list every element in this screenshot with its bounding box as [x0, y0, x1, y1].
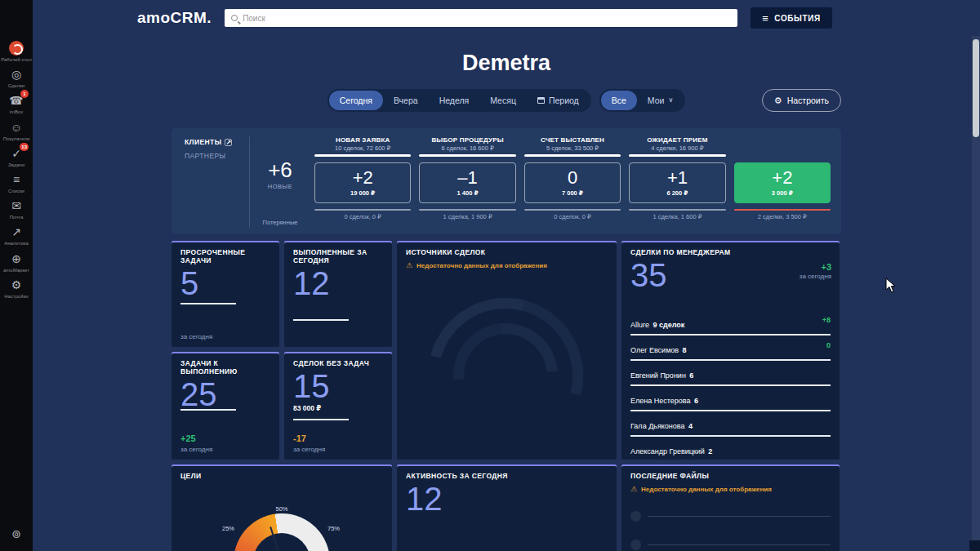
stage-title: ВЫБОР ПРОЦЕДУРЫ [419, 136, 515, 144]
widget-deal-sources[interactable]: ИСТОЧНИКИ СДЕЛОК ⚠ Недостаточно данных д… [397, 241, 617, 460]
stage-subtitle: 4 сделки, 16 900 ₽ [629, 144, 725, 152]
configure-button-label: Настроить [787, 96, 829, 105]
lost-deals-label: Потерянные [263, 219, 298, 226]
stage-value: 7 000 ₽ [562, 189, 583, 197]
widget-title: ИСТОЧНИКИ СДЕЛОК [406, 248, 608, 256]
sidebar-item-deals[interactable]: ◎ Сделки [0, 67, 33, 89]
warning-icon: ⚠ [406, 262, 412, 269]
amocrm-logo-icon [9, 41, 24, 56]
todo-value: 25 [180, 377, 270, 411]
stage-card[interactable]: +1 6 200 ₽ [629, 162, 725, 203]
stage-card[interactable]: +2 19 000 ₽ [314, 162, 411, 203]
overdue-value: 5 [180, 266, 270, 300]
scrollbar-thumb[interactable] [973, 39, 979, 137]
pipeline-tabs: КЛИЕНТЫ ↗ ПАРТНЕРЫ [178, 136, 250, 228]
divider [180, 409, 236, 411]
sidebar-item-support[interactable]: ⊚ [0, 527, 33, 541]
stage-divider [314, 209, 411, 211]
widget-title: ВЫПОЛНЕННЫЕ ЗА СЕГОДНЯ [293, 248, 383, 264]
gauge-needle [270, 527, 283, 551]
sidebar-item-label: Задачи [0, 162, 33, 168]
todo-delta: +25 [180, 433, 196, 443]
notasks-sum: 83 000 ₽ [293, 404, 383, 412]
widget-deals-no-tasks[interactable]: СДЕЛОК БЕЗ ЗАДАЧ 15 83 000 ₽ -17 за сего… [284, 352, 392, 460]
gauge-label-25: 25% [222, 525, 234, 532]
search-bar[interactable] [225, 9, 737, 27]
sidebar-item-lists[interactable]: ≡ Списки [0, 172, 33, 194]
new-deals-label: НОВЫЕ [268, 183, 292, 190]
market-icon: ⊕ [0, 251, 33, 266]
file-line-placeholder [648, 516, 831, 517]
manager-row[interactable]: Олег Евсимов 8 0 [630, 337, 831, 361]
gauge-label-50: 50% [275, 505, 287, 513]
sidebar-item-analytics[interactable]: ↗ Аналитика [0, 224, 33, 247]
sidebar-item-desktop[interactable]: Рабочий стол [0, 41, 33, 63]
divider [293, 319, 349, 321]
widget-deals-by-managers[interactable]: СДЕЛКИ ПО МЕНЕДЖЕРАМ 35 +3 за сегодня Al… [621, 241, 840, 460]
tab-yesterday[interactable]: Вчера [383, 91, 429, 110]
sidebar-item-label: Аналитика [0, 241, 33, 247]
sidebar-item-label: Рабочий стол [0, 57, 33, 63]
widget-recent-files[interactable]: ПОСЛЕДНИЕ ФАЙЛЫ ⚠ Недостаточно данных дл… [621, 464, 840, 551]
tab-all[interactable]: Все [601, 91, 637, 110]
sidebar-item-mail[interactable]: ✉ Почта [0, 198, 33, 220]
pipeline-stage: ОЖИДАЕТ ПРИЕМ 4 сделки, 16 900 ₽ +1 6 20… [625, 136, 729, 228]
page-title: Demetra [33, 51, 980, 76]
stage-delta: –1 [457, 169, 477, 187]
tab-month[interactable]: Месяц [479, 91, 527, 110]
widget-goals[interactable]: ЦЕЛИ 25% 50% 75% [172, 464, 392, 551]
manager-row[interactable]: Елена Нестерова 6 [630, 388, 831, 411]
widget-title: ПОСЛЕДНИЕ ФАЙЛЫ [630, 472, 831, 480]
stage-lost: 0 сделок, 0 ₽ [524, 213, 621, 220]
sidebar-item-label: imBox [0, 109, 33, 115]
stage-title: НОВАЯ ЗАЯВКА [314, 136, 411, 144]
stage-card[interactable]: –1 1 400 ₽ [419, 162, 515, 203]
widget-title: ПРОСРОЧЕННЫЕ ЗАДАЧИ [180, 248, 270, 264]
sidebar-item-settings[interactable]: ⚙ Настройки [0, 278, 33, 300]
tab-week[interactable]: Неделя [429, 91, 480, 110]
activity-value: 12 [406, 482, 608, 516]
sidebar-item-label: Сделки [0, 83, 33, 89]
stage-lost: 2 сделки, 3 500 ₽ [734, 213, 831, 220]
manager-row[interactable]: Евгений Пронин 6 [630, 362, 831, 386]
tasks-badge: 13 [20, 143, 29, 151]
analytics-icon: ↗ [0, 224, 33, 239]
tab-period[interactable]: Период [527, 91, 590, 110]
widget-tasks-todo[interactable]: ЗАДАЧИ К ВЫПОЛНЕНИЮ 25 +25 за сегодня [172, 352, 279, 460]
events-button[interactable]: ≡ СОБЫТИЯ [751, 7, 832, 29]
pipeline-tab-clients[interactable]: КЛИЕНТЫ ↗ [185, 138, 243, 146]
stage-subtitle: 6 сделок, 16 600 ₽ [419, 144, 515, 152]
sidebar-item-tasks[interactable]: 13 ✓ Задачи [0, 146, 33, 168]
widget-completed-today[interactable]: ВЫПОЛНЕННЫЕ ЗА СЕГОДНЯ 12 [284, 241, 392, 347]
manager-row[interactable]: Allure 9 сделок +8 [630, 312, 831, 335]
pipeline-tab-partners[interactable]: ПАРТНЕРЫ [185, 152, 243, 160]
sidebar-item-imbox[interactable]: 1 ☎ imBox [0, 93, 33, 115]
sidebar-item-market[interactable]: ⊕ amoМаркет [0, 251, 33, 273]
widget-activity-today[interactable]: АКТИВНОСТЬ ЗА СЕГОДНЯ 12 ↻ Связаться 10 … [397, 464, 617, 551]
search-input[interactable] [243, 14, 731, 23]
tab-today[interactable]: Сегодня [329, 91, 383, 110]
tab-mine-label: Мои [648, 91, 665, 110]
stage-divider [524, 209, 621, 211]
stage-card[interactable]: 0 7 000 ₽ [524, 162, 621, 203]
stage-bar [629, 154, 725, 157]
stage-value: 19 000 ₽ [350, 189, 375, 197]
no-data-warning: ⚠ Недостаточно данных для отображения [406, 262, 608, 269]
stage-bar [524, 154, 621, 157]
amocrm-logo-text: amoCRM. [137, 9, 212, 27]
pipeline-stage: НОВАЯ ЗАЯВКА 10 сделок, 72 600 ₽ +2 19 0… [310, 136, 415, 228]
manager-row[interactable]: Гала Дьяконова 4 [630, 413, 831, 437]
sidebar-item-buyers[interactable]: ☺ Покупатели [0, 120, 33, 142]
external-link-icon: ↗ [225, 139, 232, 146]
warning-icon: ⚠ [630, 486, 637, 493]
widget-overdue-tasks[interactable]: ПРОСРОЧЕННЫЕ ЗАДАЧИ 5 за сегодня [172, 241, 279, 347]
stage-card-success[interactable]: +2 3 000 ₽ [734, 162, 831, 203]
stage-subtitle: 10 сделок, 72 600 ₽ [314, 144, 411, 152]
scrollbar-corner [969, 540, 980, 551]
tab-mine[interactable]: Мои ∨ [637, 91, 684, 110]
buyers-icon: ☺ [0, 120, 33, 135]
configure-button[interactable]: ⚙ Настроить [762, 89, 841, 112]
stage-divider-red [734, 209, 831, 211]
sidebar: Рабочий стол ◎ Сделки 1 ☎ imBox ☺ Покупа… [0, 0, 33, 551]
manager-row[interactable]: Александр Гревицкий 2 [630, 438, 831, 460]
